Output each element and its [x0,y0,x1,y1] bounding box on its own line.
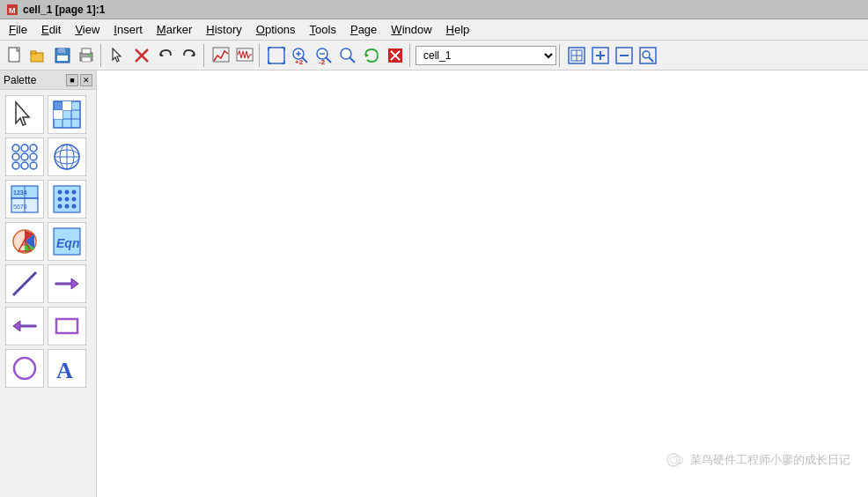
svg-point-72 [30,162,37,169]
menu-bar: File Edit View Insert Marker History Opt… [0,19,868,41]
waveform-button[interactable] [233,44,256,67]
zoom-region-button[interactable] [336,44,359,67]
zoom-out-button[interactable]: -2 [313,44,335,67]
svg-marker-104 [55,278,78,289]
graph-button[interactable] [210,44,232,67]
watermark-text: 菜鸟硬件工程师小廖的成长日记 [690,452,850,468]
svg-marker-39 [365,53,369,57]
new-button[interactable] [4,44,26,67]
svg-point-53 [643,51,650,58]
app-icon: M [5,3,19,17]
svg-rect-4 [31,51,36,54]
svg-point-110 [670,456,677,464]
palette-float-button[interactable]: ■ [66,74,78,86]
main-toolbar: +2 -2 cell_1 [0,41,868,70]
tool-circle[interactable] [5,349,44,388]
palette-title: Palette [4,74,36,86]
svg-point-95 [58,204,63,209]
svg-text:+2: +2 [295,58,304,65]
palette-header: Palette ■ ✕ [0,70,96,90]
undo-button[interactable] [154,44,177,67]
palette-close-button[interactable]: ✕ [80,74,92,86]
find-button[interactable] [636,44,659,67]
menu-insert[interactable]: Insert [107,21,150,38]
svg-point-91 [72,190,77,195]
open-button[interactable] [27,44,50,67]
tool-matrix-dots[interactable] [48,180,86,219]
tool-pie-chart[interactable] [5,222,44,261]
menu-edit[interactable]: Edit [34,21,68,38]
svg-marker-105 [13,321,36,331]
svg-point-71 [21,162,28,169]
tool-rectangle[interactable] [48,307,86,345]
svg-point-94 [72,197,77,202]
tool-web-matrix[interactable] [48,137,86,176]
menu-view[interactable]: View [68,21,107,38]
canvas-area[interactable]: 菜鸟硬件工程师小廖的成长日记 [97,70,868,497]
svg-line-103 [13,272,36,295]
window-title: cell_1 [page 1]:1 [23,4,105,16]
tool-circle-matrix[interactable] [5,137,44,176]
separator-3 [259,44,262,67]
main-layout: Palette ■ ✕ [0,70,868,497]
svg-rect-10 [82,57,91,62]
menu-options[interactable]: Options [249,21,303,38]
svg-point-67 [12,153,19,160]
svg-text:-2: -2 [319,58,326,65]
svg-point-107 [14,358,35,379]
svg-point-70 [12,162,19,169]
pointer-tool-btn[interactable] [107,44,129,67]
tool-pointer[interactable] [5,95,44,134]
menu-help[interactable]: Help [439,21,477,38]
svg-marker-12 [113,48,121,62]
svg-line-35 [326,57,331,63]
cell-dropdown[interactable]: cell_1 [416,46,556,65]
svg-point-66 [30,145,37,152]
tool-arrow-right[interactable] [48,264,86,303]
svg-rect-7 [57,56,68,61]
redo-button[interactable] [178,44,201,67]
palette-controls: ■ ✕ [66,74,92,86]
separator-2 [203,44,207,67]
svg-point-65 [21,145,28,152]
watermark: 菜鸟硬件工程师小廖的成长日记 [666,449,850,471]
svg-point-64 [12,145,19,152]
title-bar: M cell_1 [page 1]:1 [0,0,868,19]
svg-rect-9 [82,48,91,54]
svg-point-97 [72,204,77,209]
svg-point-89 [58,190,63,195]
svg-line-54 [649,57,653,62]
svg-point-93 [65,197,70,202]
menu-tools[interactable]: Tools [303,21,343,38]
tool-table[interactable] [48,95,86,134]
tool-text[interactable]: A [48,349,86,388]
zoom-fit-button[interactable] [265,44,288,67]
svg-text:M: M [9,6,16,15]
tool-line[interactable] [5,264,44,303]
svg-point-11 [89,54,92,56]
zoom-plus-button[interactable] [589,44,612,67]
tool-number-table[interactable]: 1234 5678 [5,180,44,219]
svg-point-69 [30,153,37,160]
svg-point-92 [58,197,63,202]
tool-equation[interactable]: Eqn [48,222,86,261]
separator-5 [559,44,563,67]
delete-button[interactable] [130,44,153,67]
zoom-reset-button[interactable] [360,44,383,67]
zoom-minus-button[interactable] [613,44,636,67]
svg-marker-55 [16,102,29,125]
menu-history[interactable]: History [199,21,248,38]
menu-page[interactable]: Page [343,21,384,38]
tool-arrow-left[interactable] [5,307,44,345]
svg-point-90 [65,190,70,195]
svg-rect-61 [54,101,63,110]
print-button[interactable] [75,44,98,67]
fit-all-button[interactable] [565,44,588,67]
stop-button[interactable] [384,44,407,67]
save-button[interactable] [51,44,74,67]
menu-file[interactable]: File [2,21,34,38]
menu-window[interactable]: Window [384,21,438,38]
svg-rect-106 [56,319,77,333]
zoom-in-button[interactable]: +2 [289,44,312,67]
menu-marker[interactable]: Marker [150,21,199,38]
